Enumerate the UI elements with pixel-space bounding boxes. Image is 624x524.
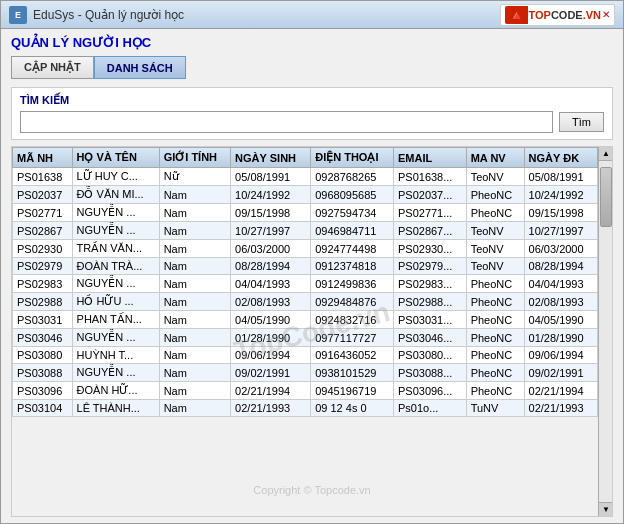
table-cell: PS01638 xyxy=(13,168,73,186)
table-cell: PheoNC xyxy=(466,204,524,222)
table-cell: Ps01o... xyxy=(393,400,466,417)
table-cell: PS02930... xyxy=(393,240,466,258)
search-input[interactable] xyxy=(20,111,553,133)
table-cell: PS02037... xyxy=(393,186,466,204)
table-cell: TeoNV xyxy=(466,240,524,258)
column-header-ma-nv: MA NV xyxy=(466,148,524,168)
topcode-logo: 🔺 TOP CODE .VN ✕ xyxy=(500,4,615,26)
search-button[interactable]: Tìm xyxy=(559,112,604,132)
scrollbar[interactable]: ▲ ▼ xyxy=(598,147,612,516)
column-header-giới-tính: GIỚI TÍNH xyxy=(159,148,230,168)
table-row[interactable]: PS03046NGUYỄN ...Nam01/28/19900977117727… xyxy=(13,329,612,347)
table-cell: PS03088 xyxy=(13,364,73,382)
table-cell: PS03031... xyxy=(393,311,466,329)
table-cell: Nam xyxy=(159,186,230,204)
table-cell: 0912374818 xyxy=(311,258,394,275)
table-row[interactable]: PS03104LÊ THÀNH...Nam02/21/199309 12 4s … xyxy=(13,400,612,417)
table-cell: 0924774498 xyxy=(311,240,394,258)
logo-code: CODE xyxy=(551,9,583,21)
table-row[interactable]: PS02979ĐOÀN TRÀ...Nam08/28/1994091237481… xyxy=(13,258,612,275)
table-cell: HUỲNH T... xyxy=(72,347,159,364)
table-cell: 0928768265 xyxy=(311,168,394,186)
table-row[interactable]: PS03096ĐOÀN HỮ...Nam02/21/19940945196719… xyxy=(13,382,612,400)
table-cell: PS02867... xyxy=(393,222,466,240)
table-cell: Nam xyxy=(159,382,230,400)
table-cell: PHAN TẤN... xyxy=(72,311,159,329)
table-cell: PS02930 xyxy=(13,240,73,258)
update-button[interactable]: CẬP NHẬT xyxy=(11,56,94,79)
table-cell: NGUYỄN ... xyxy=(72,222,159,240)
table-cell: PS02979... xyxy=(393,258,466,275)
table-cell: 0927594734 xyxy=(311,204,394,222)
search-label: TÌM KIẾM xyxy=(20,94,604,107)
table-cell: PheoNC xyxy=(466,186,524,204)
table-cell: PS02983... xyxy=(393,275,466,293)
table-row[interactable]: PS02930TRẦN VĂN...Nam06/03/2000092477449… xyxy=(13,240,612,258)
scroll-down-button[interactable]: ▼ xyxy=(599,502,613,516)
table-cell: PheoNC xyxy=(466,293,524,311)
table-cell: Nam xyxy=(159,311,230,329)
table-cell: ĐỖ VĂN MI... xyxy=(72,186,159,204)
table-row[interactable]: PS02037ĐỖ VĂN MI...Nam10/24/199209680956… xyxy=(13,186,612,204)
table-cell: ĐOÀN TRÀ... xyxy=(72,258,159,275)
scroll-thumb[interactable] xyxy=(600,167,612,227)
table-cell: HỒ HỮU ... xyxy=(72,293,159,311)
titlebar: E EduSys - Quản lý người học 🔺 TOP CODE … xyxy=(1,1,623,29)
column-header-email: EMAIL xyxy=(393,148,466,168)
table-row[interactable]: PS03031PHAN TẤN...Nam04/05/1990092483271… xyxy=(13,311,612,329)
table-cell: PS03088... xyxy=(393,364,466,382)
search-row: Tìm xyxy=(20,111,604,133)
table-cell: 05/08/1991 xyxy=(231,168,311,186)
table-cell: 02/21/1993 xyxy=(524,400,597,417)
column-header-họ-và-tên: HỌ VÀ TÊN xyxy=(72,148,159,168)
table-cell: LỮ HUY C... xyxy=(72,168,159,186)
table-cell: 02/08/1993 xyxy=(524,293,597,311)
table-cell: TeoNV xyxy=(466,258,524,275)
table-cell: PS03080... xyxy=(393,347,466,364)
table-cell: PS03046... xyxy=(393,329,466,347)
table-cell: PheoNC xyxy=(466,329,524,347)
table-row[interactable]: PS01638LỮ HUY C...Nữ05/08/19910928768265… xyxy=(13,168,612,186)
table-cell: 10/27/1997 xyxy=(231,222,311,240)
titlebar-right: 🔺 TOP CODE .VN ✕ xyxy=(500,4,615,26)
column-header-mã-nh: MÃ NH xyxy=(13,148,73,168)
column-header-ngày-đk: NGÀY ĐK xyxy=(524,148,597,168)
table-row[interactable]: PS02867NGUYỄN ...Nam10/27/19970946984711… xyxy=(13,222,612,240)
table-cell: PS03096... xyxy=(393,382,466,400)
table-cell: PS02979 xyxy=(13,258,73,275)
table-cell: 0938101529 xyxy=(311,364,394,382)
list-button[interactable]: DANH SÁCH xyxy=(94,56,186,79)
table-row[interactable]: PS02771NGUYỄN ...Nam09/15/19980927594734… xyxy=(13,204,612,222)
column-header-điện-thoại: ĐIỆN THOẠI xyxy=(311,148,394,168)
table-cell: 02/08/1993 xyxy=(231,293,311,311)
scroll-up-button[interactable]: ▲ xyxy=(599,147,613,161)
table-cell: PS01638... xyxy=(393,168,466,186)
table-cell: 09 12 4s 0 xyxy=(311,400,394,417)
table-cell: Nam xyxy=(159,293,230,311)
table-cell: PS03031 xyxy=(13,311,73,329)
table-cell: 0968095685 xyxy=(311,186,394,204)
table-cell: 05/08/1991 xyxy=(524,168,597,186)
table-cell: PS02867 xyxy=(13,222,73,240)
table-cell: Nam xyxy=(159,347,230,364)
page-title: QUẢN LÝ NGƯỜI HỌC xyxy=(11,35,613,50)
table-cell: TuNV xyxy=(466,400,524,417)
logo-x: ✕ xyxy=(602,9,610,20)
table-cell: 10/24/1992 xyxy=(524,186,597,204)
table-cell: 10/24/1992 xyxy=(231,186,311,204)
table-cell: 10/27/1997 xyxy=(524,222,597,240)
table-row[interactable]: PS03080HUỲNH T...Nam09/06/19940916436052… xyxy=(13,347,612,364)
main-window: E EduSys - Quản lý người học 🔺 TOP CODE … xyxy=(0,0,624,524)
logo-top: TOP xyxy=(528,9,550,21)
table-row[interactable]: PS02988HỒ HỮU ...Nam02/08/19930929484876… xyxy=(13,293,612,311)
table-row[interactable]: PS03088NGUYỄN ...Nam09/02/19910938101529… xyxy=(13,364,612,382)
table-cell: ĐOÀN HỮ... xyxy=(72,382,159,400)
table-cell: 0916436052 xyxy=(311,347,394,364)
table-cell: 0977117727 xyxy=(311,329,394,347)
search-section: TÌM KIẾM Tìm xyxy=(11,87,613,140)
toolbar: CẬP NHẬT DANH SÁCH xyxy=(11,56,613,79)
table-row[interactable]: PS02983NGUYỄN ...Nam04/04/19930912499836… xyxy=(13,275,612,293)
table-cell: PheoNC xyxy=(466,347,524,364)
titlebar-left: E EduSys - Quản lý người học xyxy=(9,6,184,24)
table-cell: 01/28/1990 xyxy=(231,329,311,347)
